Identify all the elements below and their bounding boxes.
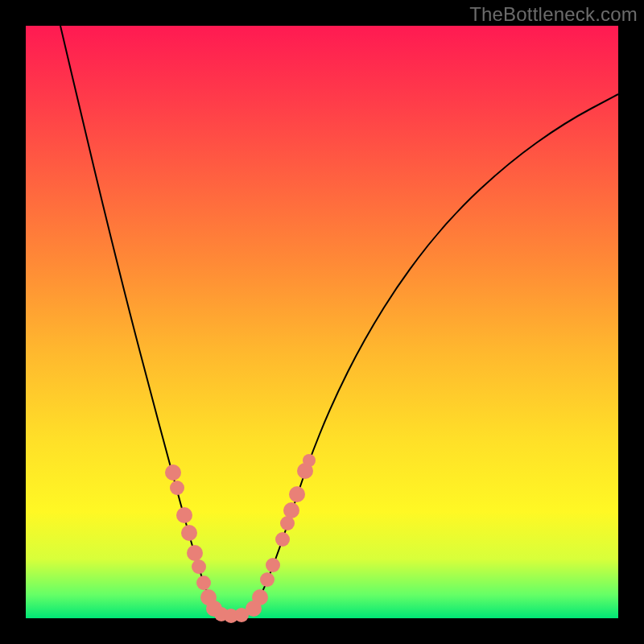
marker-dot: [170, 481, 184, 495]
marker-dot: [266, 558, 280, 572]
watermark-label: TheBottleneck.com: [469, 3, 638, 26]
marker-dot: [181, 525, 197, 541]
marker-dot: [283, 502, 299, 518]
marker-dot: [176, 507, 192, 523]
marker-dot: [289, 486, 305, 502]
marker-dot: [196, 576, 211, 590]
marker-dot: [165, 464, 181, 481]
marker-dot: [252, 589, 268, 605]
marker-dot: [275, 532, 290, 547]
chart-plot-area: [26, 26, 618, 618]
marker-dot: [192, 559, 206, 574]
marker-dot: [260, 572, 275, 587]
chart-svg: [26, 26, 618, 618]
marker-dot: [303, 454, 316, 467]
chart-frame: TheBottleneck.com: [0, 0, 644, 644]
bottleneck-curve: [60, 26, 618, 616]
marker-dot: [187, 545, 203, 561]
highlight-markers: [165, 454, 316, 623]
